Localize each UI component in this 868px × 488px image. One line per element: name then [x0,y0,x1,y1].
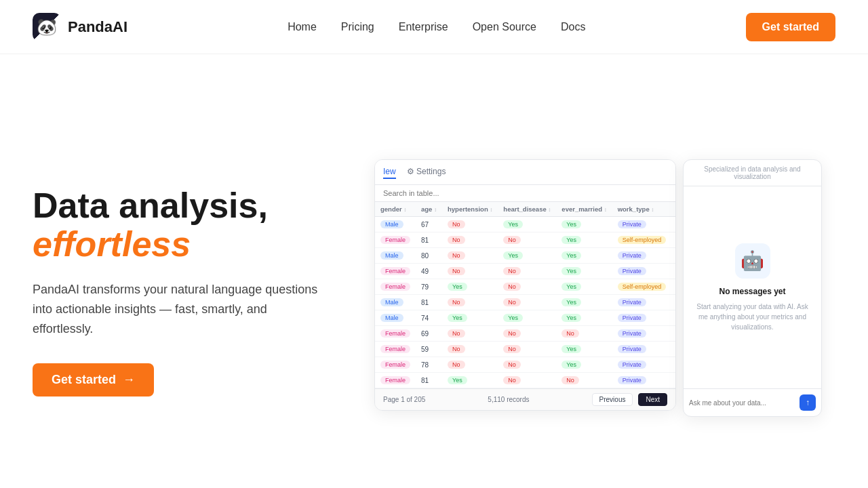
chat-input-area: ↑ [684,388,821,416]
col-age: age ↕ [416,202,442,217]
logo-link[interactable]: 🐼 PandaAI [33,13,127,41]
cell-ever-married: Yes [556,217,612,232]
table-tabs: Iew ⚙ Settings [375,160,675,185]
next-button[interactable]: Next [638,393,667,406]
cell-gender: Female [375,264,416,279]
cell-gender: Female [375,342,416,357]
data-table: gender ↕ age ↕ hypertension ↕ heart_dise… [375,202,676,388]
cell-ever-married: Yes [556,232,612,248]
table-header-row: gender ↕ age ↕ hypertension ↕ heart_dise… [375,202,676,217]
cell-hypertension: No [442,248,498,264]
col-heart-disease: heart_disease ↕ [498,202,556,217]
table-row: Female 79 Yes No Yes Self-employed Rural… [375,279,676,295]
table-row: Male 80 No Yes Yes Private Rural 105.92 [375,248,676,264]
nav-cta-button[interactable]: Get started [746,13,835,41]
send-icon: ↑ [806,398,810,407]
robot-emoji: 🤖 [741,249,764,272]
cell-residence: Rural [671,342,676,357]
nav-home[interactable]: Home [288,21,317,33]
table-footer: Page 1 of 205 5,110 records Previous Nex… [375,388,675,410]
nav-enterprise[interactable]: Enterprise [399,21,448,33]
col-gender: gender ↕ [375,202,416,217]
cell-heart-disease: Yes [498,248,556,264]
cell-work-type: Self-employed [612,279,672,295]
cell-heart-disease: No [498,357,556,373]
hero-description: PandaAI transforms your natural language… [33,280,331,338]
table-row: Female 78 No No Yes Private Urban 58.57 [375,357,676,373]
cell-gender: Female [375,373,416,388]
cell-hypertension: No [442,357,498,373]
cell-age: 81 [416,232,442,248]
chat-input[interactable] [689,399,795,407]
table-row: Female 81 Yes No No Private Rural 80.43 [375,373,676,388]
chat-send-button[interactable]: ↑ [800,394,816,411]
cell-ever-married: Yes [556,279,612,295]
nav-pricing[interactable]: Pricing [341,21,374,33]
cell-ever-married: No [556,326,612,342]
tab-settings[interactable]: ⚙ Settings [407,165,446,179]
nav-links: Home Pricing Enterprise Open Source Docs [288,21,585,33]
cell-gender: Male [375,295,416,310]
cell-work-type: Private [612,295,672,310]
table-row: Male 74 Yes Yes Yes Private Rural 70.09 [375,310,676,326]
cell-ever-married: Yes [556,310,612,326]
cell-work-type: Private [612,248,672,264]
table-search-input[interactable] [383,189,667,197]
cell-gender: Female [375,232,416,248]
col-hypertension: hypertension ↕ [442,202,498,217]
table-pagination: Previous Next [592,393,667,406]
cell-heart-disease: No [498,232,556,248]
cell-gender: Female [375,279,416,295]
hero-section: Data analysis, effortless PandaAI transf… [0,54,868,488]
nav-docs[interactable]: Docs [561,21,585,33]
hero-cta-label: Get started [52,373,116,387]
table-panel: Iew ⚙ Settings gender ↕ age ↕ hypertensi… [374,159,676,411]
cell-residence: Urban [671,217,676,232]
hero-cta-arrow: → [123,373,135,387]
prev-button[interactable]: Previous [592,393,633,406]
chat-no-messages: No messages yet [719,287,785,296]
cell-hypertension: No [442,217,498,232]
cell-ever-married: Yes [556,357,612,373]
cell-residence: Rural [671,310,676,326]
cell-heart-disease: No [498,326,556,342]
table-row: Female 81 No No Yes Self-employed Rural … [375,232,676,248]
nav-open-source[interactable]: Open Source [473,21,536,33]
table-search-area [375,185,675,202]
cell-gender: Female [375,357,416,373]
cell-hypertension: No [442,295,498,310]
cell-hypertension: No [442,264,498,279]
cell-gender: Male [375,217,416,232]
chat-hint: Start analyzing your data with AI. Ask m… [694,302,810,332]
chat-body: 🤖 No messages yet Start analyzing your d… [684,186,821,388]
cell-age: 69 [416,326,442,342]
cell-work-type: Private [612,326,672,342]
chat-header: Specialized in data analysis and visuali… [684,160,821,186]
navbar: 🐼 PandaAI Home Pricing Enterprise Open S… [0,0,868,54]
col-residence: Residence_type ↕ [671,202,676,217]
tab-view[interactable]: Iew [383,165,396,179]
cell-heart-disease: No [498,295,556,310]
cell-work-type: Private [612,373,672,388]
cell-work-type: Self-employed [612,232,672,248]
cell-age: 81 [416,373,442,388]
table-page-label: Page 1 of 205 [383,396,425,403]
cell-heart-disease: No [498,373,556,388]
table-row: Male 67 No Yes Yes Private Urban 228.59 [375,217,676,232]
hero-title-line2: effortless [33,224,191,264]
hero-title-line1: Data analysis, [33,186,268,225]
hero-text: Data analysis, effortless PandaAI transf… [33,186,331,396]
cell-residence: Urban [671,295,676,310]
cell-hypertension: No [442,342,498,357]
table-records-count: 5,110 records [488,396,529,403]
cell-work-type: Private [612,264,672,279]
cell-heart-disease: Yes [498,217,556,232]
cell-work-type: Private [612,357,672,373]
table-row: Female 49 No No Yes Private Urban 171.23 [375,264,676,279]
cell-heart-disease: No [498,279,556,295]
hero-cta-button[interactable]: Get started → [33,363,154,396]
cell-residence: Urban [671,326,676,342]
col-work-type: work_type ↕ [612,202,672,217]
cell-age: 59 [416,342,442,357]
cell-hypertension: Yes [442,373,498,388]
